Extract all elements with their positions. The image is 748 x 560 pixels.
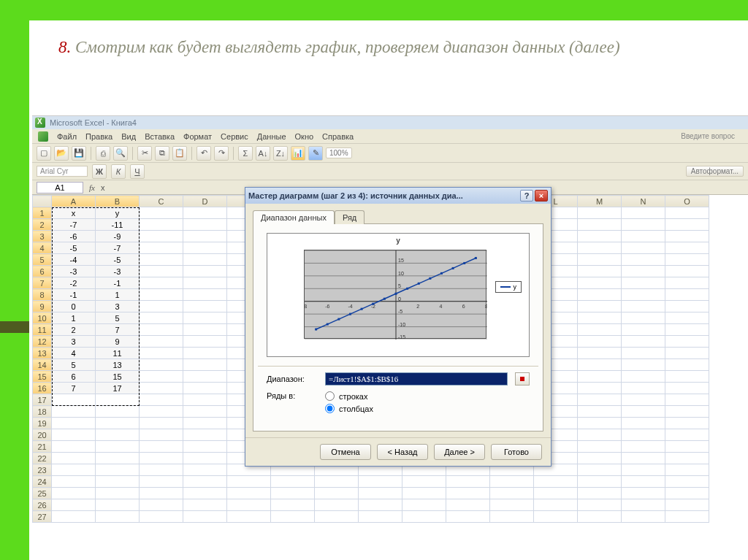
cell[interactable] — [52, 441, 96, 453]
cell[interactable] — [140, 429, 183, 441]
row-header[interactable]: 26 — [33, 499, 52, 511]
cell[interactable] — [578, 277, 622, 289]
cell[interactable] — [578, 511, 622, 523]
cell[interactable]: 5 — [96, 312, 140, 324]
cell[interactable] — [622, 312, 665, 324]
cell[interactable] — [578, 219, 622, 231]
menu-help[interactable]: Справка — [322, 132, 354, 141]
italic-icon[interactable]: К — [111, 164, 126, 179]
cell[interactable] — [52, 464, 96, 476]
cell[interactable] — [183, 429, 227, 441]
cell[interactable] — [622, 301, 665, 312]
sort-desc-icon[interactable]: Z↓ — [273, 146, 288, 161]
cell[interactable] — [183, 336, 227, 348]
cell[interactable] — [315, 511, 359, 523]
cell[interactable] — [578, 383, 622, 394]
cell[interactable] — [622, 383, 665, 394]
save-icon[interactable]: 💾 — [72, 146, 86, 161]
row-header[interactable]: 5 — [33, 254, 52, 266]
cell[interactable] — [534, 499, 578, 511]
cell[interactable] — [140, 476, 183, 488]
cell[interactable] — [140, 254, 183, 266]
cell[interactable]: -11 — [96, 219, 140, 231]
cell[interactable] — [622, 266, 665, 277]
cell[interactable] — [578, 336, 622, 348]
cell[interactable] — [183, 453, 227, 464]
cell[interactable] — [140, 231, 183, 242]
col-header[interactable]: D — [183, 196, 227, 207]
row-header[interactable]: 20 — [33, 429, 52, 441]
cell[interactable] — [140, 441, 183, 453]
cell[interactable]: 6 — [52, 371, 96, 383]
ask-question[interactable]: Введите вопрос — [681, 132, 742, 140]
cell[interactable] — [665, 406, 709, 418]
cell[interactable]: -3 — [96, 266, 140, 277]
cell[interactable] — [534, 488, 578, 499]
cell[interactable] — [578, 348, 622, 359]
cell[interactable] — [665, 266, 709, 277]
cell[interactable] — [490, 499, 534, 511]
chart-wizard-icon[interactable]: 📊 — [291, 146, 305, 161]
cell[interactable] — [183, 231, 227, 242]
col-header[interactable]: C — [140, 196, 183, 207]
menu-file[interactable]: Файл — [57, 132, 77, 141]
col-header[interactable]: B — [96, 196, 140, 207]
bold-icon[interactable]: Ж — [92, 164, 107, 179]
cell[interactable] — [622, 289, 665, 301]
cell[interactable] — [622, 231, 665, 242]
row-header[interactable]: 22 — [33, 453, 52, 464]
cell[interactable] — [140, 359, 183, 371]
cell[interactable] — [622, 464, 665, 476]
cell[interactable] — [622, 488, 665, 499]
cell[interactable] — [183, 312, 227, 324]
cell[interactable] — [665, 348, 709, 359]
cell[interactable] — [665, 394, 709, 406]
autoformat-button[interactable]: Автоформат... — [686, 166, 744, 177]
cell[interactable] — [578, 254, 622, 266]
row-header[interactable]: 17 — [33, 394, 52, 406]
cell[interactable] — [183, 266, 227, 277]
menu-view[interactable]: Вид — [121, 132, 136, 141]
cell[interactable] — [578, 499, 622, 511]
col-header[interactable]: N — [622, 196, 665, 207]
cell[interactable] — [140, 371, 183, 383]
cell[interactable] — [578, 312, 622, 324]
tab-series[interactable]: Ряд — [335, 210, 365, 224]
cell[interactable]: 13 — [96, 359, 140, 371]
cell[interactable] — [665, 324, 709, 336]
cell[interactable]: 7 — [52, 383, 96, 394]
row-header[interactable]: 25 — [33, 488, 52, 499]
cell[interactable] — [622, 406, 665, 418]
cell[interactable] — [183, 371, 227, 383]
cell[interactable] — [140, 348, 183, 359]
cell[interactable] — [622, 511, 665, 523]
cell[interactable] — [622, 207, 665, 219]
cell[interactable] — [140, 242, 183, 254]
cell[interactable] — [183, 324, 227, 336]
cell[interactable] — [622, 394, 665, 406]
cell[interactable] — [622, 219, 665, 231]
cell[interactable] — [183, 488, 227, 499]
cell[interactable] — [578, 453, 622, 464]
cell[interactable]: 15 — [96, 371, 140, 383]
cell[interactable] — [140, 406, 183, 418]
cell[interactable] — [578, 418, 622, 429]
range-picker-icon[interactable] — [515, 372, 530, 386]
cell[interactable] — [665, 418, 709, 429]
row-header[interactable]: 9 — [33, 301, 52, 312]
next-button[interactable]: Далее > — [434, 444, 485, 460]
cell[interactable] — [183, 207, 227, 219]
cell[interactable]: -1 — [96, 277, 140, 289]
sort-asc-icon[interactable]: A↓ — [256, 146, 270, 161]
row-header[interactable]: 10 — [33, 312, 52, 324]
row-header[interactable]: 19 — [33, 418, 52, 429]
cell[interactable] — [359, 476, 402, 488]
cell[interactable]: -4 — [52, 254, 96, 266]
cell[interactable]: 11 — [96, 348, 140, 359]
cell[interactable] — [534, 476, 578, 488]
cell[interactable] — [52, 394, 96, 406]
col-header[interactable]: O — [665, 196, 709, 207]
cell[interactable] — [665, 219, 709, 231]
copy-icon[interactable]: ⧉ — [155, 146, 169, 161]
row-header[interactable]: 27 — [33, 511, 52, 523]
